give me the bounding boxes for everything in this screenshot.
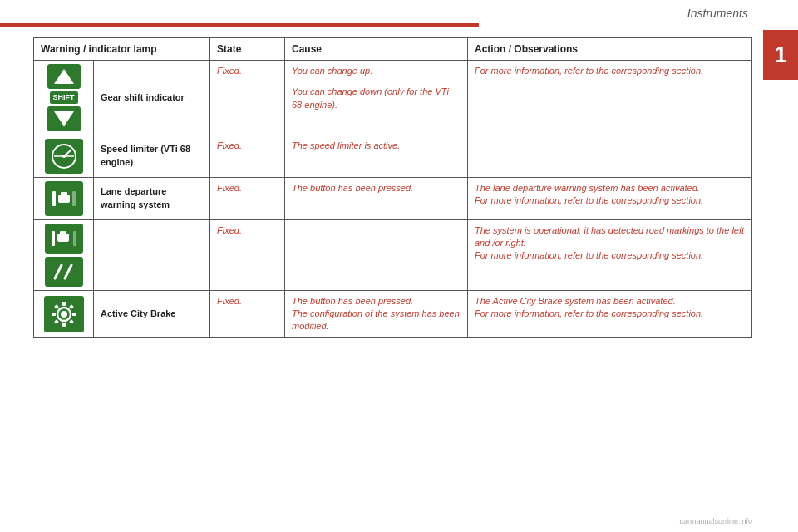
gear-shift-down-icon <box>47 106 81 131</box>
svg-rect-9 <box>72 191 76 206</box>
header-red-line <box>0 23 798 27</box>
lane-markings-left-icon <box>45 224 83 254</box>
page-title: Instruments <box>687 7 748 20</box>
svg-rect-10 <box>52 231 55 246</box>
svg-marker-0 <box>54 69 74 84</box>
table-row: Active City Brake Fixed. The button has … <box>34 290 752 337</box>
icon-cell-gear-shift: SHIFT <box>34 61 94 135</box>
indicators-table: Warning / indicator lamp State Cause Act… <box>33 37 752 338</box>
name-cell-active-city-brake: Active City Brake <box>94 290 210 337</box>
header-bar: Instruments <box>0 0 798 30</box>
active-city-brake-icon <box>44 296 84 332</box>
state-text-speed-limiter: Fixed. <box>217 140 242 150</box>
action-text-lane-road: The system is operational: it has detect… <box>475 225 744 261</box>
chapter-tab: 1 <box>763 30 798 80</box>
lane-departure-on-icon <box>45 181 83 216</box>
action-text-lane-on: The lane departure warning system has be… <box>475 183 703 205</box>
action-cell-lane-road: The system is operational: it has detect… <box>468 219 752 290</box>
state-text-lane-road: Fixed. <box>217 225 242 235</box>
name-cell-gear-shift: Gear shift indicator <box>94 61 210 135</box>
shift-label-up: SHIFT <box>50 91 78 104</box>
col-header-state: State <box>210 38 285 61</box>
cause-text-gear-shift-2: You can change down (only for the VTi 68… <box>292 86 461 111</box>
table-row: Fixed. The system is operational: it has… <box>34 219 752 290</box>
state-cell-gear-shift: Fixed. <box>210 61 285 135</box>
icon-cell-lane-departure-road <box>34 219 94 290</box>
svg-rect-24 <box>54 319 59 324</box>
state-cell-active-city-brake: Fixed. <box>210 290 285 337</box>
svg-rect-20 <box>52 313 56 316</box>
action-cell-lane-departure-on: The lane departure warning system has be… <box>468 177 752 219</box>
cause-cell-gear-shift: You can change up. You can change down (… <box>285 61 468 135</box>
svg-rect-6 <box>52 191 56 206</box>
state-text-gear-shift: Fixed. <box>217 66 242 76</box>
action-cell-gear-shift: For more information, refer to the corre… <box>468 61 752 135</box>
name-cell-speed-limiter: Speed limiter (VTi 68 engine) <box>94 135 210 177</box>
name-cell-lane-road <box>94 219 210 290</box>
svg-line-15 <box>65 265 71 278</box>
svg-point-17 <box>61 311 67 318</box>
chapter-number: 1 <box>774 43 787 66</box>
col-header-lamp: Warning / indicator lamp <box>34 38 210 61</box>
cause-text-speed-limiter: The speed limiter is active. <box>292 140 400 150</box>
table-row: Speed limiter (VTi 68 engine) Fixed. The… <box>34 135 752 177</box>
name-cell-lane-departure-on: Lane departure warning system <box>94 177 210 219</box>
svg-rect-22 <box>54 304 59 309</box>
cause-text-gear-shift-1: You can change up. <box>292 65 461 77</box>
svg-point-5 <box>62 155 66 158</box>
svg-marker-1 <box>54 111 74 126</box>
svg-rect-19 <box>62 323 66 327</box>
col-header-cause: Cause <box>285 38 468 61</box>
action-text-gear-shift: For more information, refer to the corre… <box>475 66 703 76</box>
cause-cell-speed-limiter: The speed limiter is active. <box>285 135 468 177</box>
footer-watermark: carmanualsonline.info <box>33 517 752 525</box>
svg-rect-8 <box>61 192 67 196</box>
icon-cell-active-city-brake <box>34 290 94 337</box>
svg-rect-18 <box>62 302 66 306</box>
svg-rect-21 <box>72 313 76 316</box>
col-header-action: Action / Observations <box>468 38 752 61</box>
table-row: Lane departure warning system Fixed. The… <box>34 177 752 219</box>
icon-cell-lane-departure-on <box>34 177 94 219</box>
gear-shift-up-icon <box>47 64 81 89</box>
svg-rect-12 <box>60 231 66 235</box>
action-text-active-city: The Active City Brake system has been ac… <box>475 296 703 318</box>
cause-text-active-city: The button has been pressed. The configu… <box>292 296 460 332</box>
speed-limiter-icon <box>45 139 83 174</box>
state-text-lane-on: Fixed. <box>217 183 242 193</box>
cause-cell-active-city-brake: The button has been pressed. The configu… <box>285 290 468 337</box>
table-container: Warning / indicator lamp State Cause Act… <box>33 37 752 507</box>
table-row: SHIFT Gear shift indicator Fixed. You c <box>34 61 752 135</box>
lane-markings-right-icon <box>45 257 83 287</box>
state-cell-lane-departure-on: Fixed. <box>210 177 285 219</box>
cause-text-lane-on: The button has been pressed. <box>292 183 413 193</box>
svg-rect-25 <box>69 319 74 324</box>
svg-rect-23 <box>69 304 74 309</box>
svg-rect-13 <box>73 231 76 246</box>
state-text-active-city: Fixed. <box>217 296 242 306</box>
action-cell-active-city-brake: The Active City Brake system has been ac… <box>468 290 752 337</box>
cause-cell-lane-road <box>285 219 468 290</box>
cause-cell-lane-departure-on: The button has been pressed. <box>285 177 468 219</box>
icon-cell-speed-limiter <box>34 135 94 177</box>
state-cell-speed-limiter: Fixed. <box>210 135 285 177</box>
state-cell-lane-road: Fixed. <box>210 219 285 290</box>
svg-line-14 <box>55 265 62 278</box>
action-cell-speed-limiter <box>468 135 752 177</box>
